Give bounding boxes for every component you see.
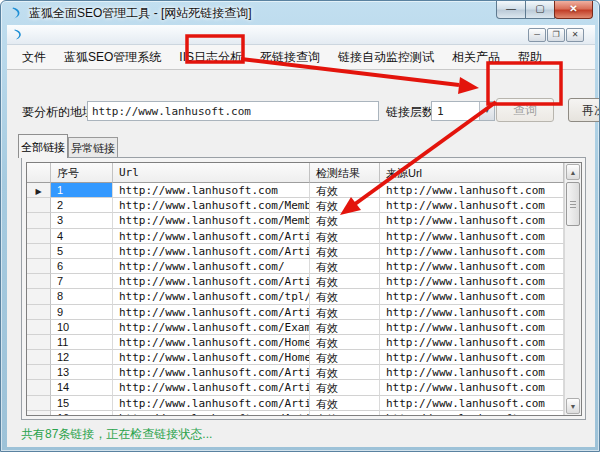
menu-item-6[interactable]: 帮助 xyxy=(509,46,551,69)
scrollbar-thumb[interactable] xyxy=(566,182,580,226)
cell-source[interactable]: http://www.lanhusoft.com xyxy=(380,229,564,244)
cell-no[interactable]: 8 xyxy=(51,289,113,304)
address-input[interactable] xyxy=(87,101,379,121)
row-selector[interactable] xyxy=(27,259,51,274)
cell-url[interactable]: http://www.lanhusoft.com/Article/List xyxy=(113,274,310,289)
cell-result[interactable]: 有效 xyxy=(310,244,380,259)
close-button[interactable]: ✕ xyxy=(554,1,593,19)
cell-result[interactable]: 有效 xyxy=(310,380,380,395)
cell-no[interactable]: 3 xyxy=(51,213,113,228)
row-selector[interactable] xyxy=(27,229,51,244)
cell-url[interactable]: http://www.lanhusoft.com/Article/494.htm… xyxy=(113,244,310,259)
cell-source[interactable]: http://www.lanhusoft.com xyxy=(380,380,564,395)
cell-no[interactable]: 15 xyxy=(51,396,113,411)
menu-item-2[interactable]: IIS日志分析 xyxy=(170,46,251,69)
cell-source[interactable]: http://www.lanhusoft.com xyxy=(380,320,564,335)
cell-no[interactable]: 13 xyxy=(51,365,113,380)
row-selector[interactable] xyxy=(27,213,51,228)
cell-no[interactable]: 14 xyxy=(51,380,113,395)
column-header-result[interactable]: 检测结果 xyxy=(310,163,380,183)
menu-item-0[interactable]: 文件 xyxy=(13,46,55,69)
column-header-url[interactable]: Url xyxy=(113,163,310,183)
cell-source[interactable]: http://www.lanhusoft.com xyxy=(380,350,564,365)
row-selector[interactable] xyxy=(27,396,51,411)
cell-source[interactable]: http://www.lanhusoft.com xyxy=(380,289,564,304)
combobox-dropdown-icon[interactable]: ▼ xyxy=(479,102,494,120)
row-selector[interactable] xyxy=(27,244,51,259)
cell-no[interactable]: 12 xyxy=(51,350,113,365)
row-selector[interactable] xyxy=(27,274,51,289)
cell-url[interactable]: http://www.lanhusoft.com/Home/About xyxy=(113,350,310,365)
cell-url[interactable]: http://www.lanhusoft.com/Article/349.htm… xyxy=(113,229,310,244)
cell-result[interactable]: 有效 xyxy=(310,289,380,304)
cell-source[interactable]: http://www.lanhusoft.com xyxy=(380,183,564,198)
cell-url[interactable]: http://www.lanhusoft.com/Article/584.htm… xyxy=(113,365,310,380)
cell-result[interactable]: 有效 xyxy=(310,305,380,320)
cell-no[interactable]: 1 xyxy=(51,183,113,198)
row-selector[interactable] xyxy=(27,411,51,416)
cell-source[interactable]: http://www.lanhusoft.com xyxy=(380,244,564,259)
query-button[interactable]: 查询 xyxy=(496,98,554,122)
cell-result[interactable]: 有效 xyxy=(310,365,380,380)
row-selector[interactable] xyxy=(27,350,51,365)
cell-source[interactable]: http://www.lanhusoft.com xyxy=(380,396,564,411)
mdi-minimize-button[interactable]: ─ xyxy=(528,28,546,42)
cell-url[interactable]: http://www.lanhusoft.com/tpl/ xyxy=(113,289,310,304)
cell-no[interactable]: 4 xyxy=(51,229,113,244)
scroll-down-icon[interactable]: ▼ xyxy=(566,398,580,414)
cell-url[interactable]: http://www.lanhusoft.com/Article/369.htm… xyxy=(113,411,310,416)
cell-source[interactable]: http://www.lanhusoft.com xyxy=(380,365,564,380)
row-selector[interactable]: ▶ xyxy=(27,183,51,198)
cell-result[interactable]: 有效 xyxy=(310,213,380,228)
scroll-up-icon[interactable]: ▲ xyxy=(566,164,580,180)
cell-url[interactable]: http://www.lanhusoft.com xyxy=(113,183,310,198)
row-selector[interactable] xyxy=(27,335,51,350)
cell-url[interactable]: http://www.lanhusoft.com/Member/Register xyxy=(113,213,310,228)
cell-source[interactable]: http://www.lanhusoft.com xyxy=(380,274,564,289)
cell-result[interactable]: 有效 xyxy=(310,274,380,289)
cell-result[interactable]: 有效 xyxy=(310,411,380,416)
requery-button[interactable]: 再次 xyxy=(568,98,600,122)
cell-source[interactable]: http://www.lanhusoft.com xyxy=(380,259,564,274)
menu-item-5[interactable]: 相关产品 xyxy=(443,46,509,69)
tab-all-links[interactable]: 全部链接 xyxy=(18,134,68,158)
cell-no[interactable]: 5 xyxy=(51,244,113,259)
menu-item-3[interactable]: 死链接查询 xyxy=(251,46,329,69)
menu-item-1[interactable]: 蓝狐SEO管理系统 xyxy=(55,46,170,69)
cell-url[interactable]: http://www.lanhusoft.com/ xyxy=(113,259,310,274)
depth-combobox[interactable]: 1 ▼ xyxy=(431,101,495,121)
cell-url[interactable]: http://www.lanhusoft.com/Example/List xyxy=(113,320,310,335)
tab-error-links[interactable]: 异常链接 xyxy=(68,137,118,158)
cell-no[interactable]: 10 xyxy=(51,320,113,335)
column-header-source[interactable]: 来源Url xyxy=(380,163,564,183)
cell-source[interactable]: http://www.lanhusoft.com xyxy=(380,198,564,213)
cell-url[interactable]: http://www.lanhusoft.com/Article/586.htm… xyxy=(113,380,310,395)
cell-source[interactable]: http://www.lanhusoft.com xyxy=(380,305,564,320)
cell-source[interactable]: http://www.lanhusoft.com xyxy=(380,411,564,416)
vertical-scrollbar[interactable]: ▲ ▼ xyxy=(564,163,581,415)
row-selector[interactable] xyxy=(27,198,51,213)
cell-result[interactable]: 有效 xyxy=(310,259,380,274)
row-selector[interactable] xyxy=(27,305,51,320)
row-selector[interactable] xyxy=(27,365,51,380)
row-selector[interactable] xyxy=(27,320,51,335)
maximize-button[interactable]: ▢ xyxy=(525,1,555,19)
cell-result[interactable]: 有效 xyxy=(310,229,380,244)
mdi-restore-button[interactable]: ❐ xyxy=(547,28,565,42)
cell-no[interactable]: 7 xyxy=(51,274,113,289)
cell-result[interactable]: 有效 xyxy=(310,198,380,213)
cell-result[interactable]: 有效 xyxy=(310,350,380,365)
cell-url[interactable]: http://www.lanhusoft.com/Home/rgb xyxy=(113,335,310,350)
minimize-button[interactable]: — xyxy=(496,1,526,19)
row-selector[interactable] xyxy=(27,289,51,304)
cell-source[interactable]: http://www.lanhusoft.com xyxy=(380,335,564,350)
cell-url[interactable]: http://www.lanhusoft.com/Article/List/30 xyxy=(113,305,310,320)
cell-result[interactable]: 有效 xyxy=(310,183,380,198)
cell-no[interactable]: 9 xyxy=(51,305,113,320)
column-header-no[interactable]: 序号 xyxy=(51,163,113,183)
cell-no[interactable]: 2 xyxy=(51,198,113,213)
cell-result[interactable]: 有效 xyxy=(310,335,380,350)
menu-item-4[interactable]: 链接自动监控测试 xyxy=(329,46,443,69)
mdi-close-button[interactable]: ✕ xyxy=(566,28,584,42)
cell-source[interactable]: http://www.lanhusoft.com xyxy=(380,213,564,228)
